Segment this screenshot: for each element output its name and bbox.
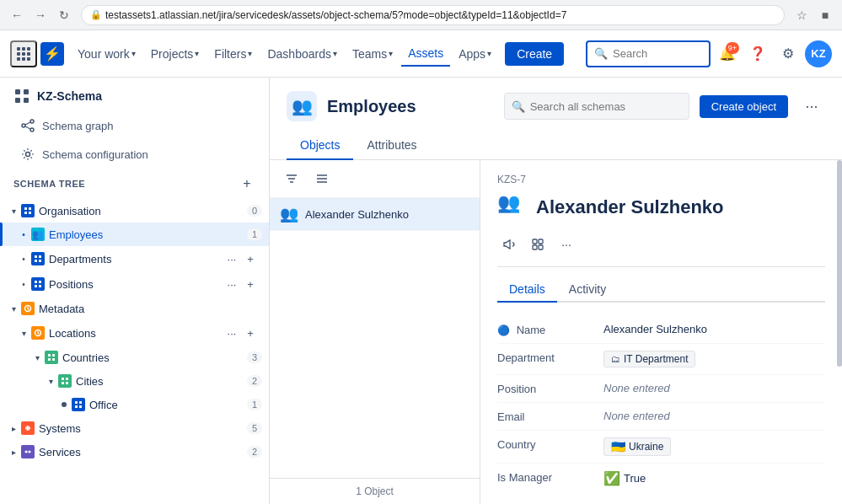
tree-item-organisation[interactable]: ▾ Organisation 0 [0,199,269,223]
sidebar-item-schema-graph[interactable]: Schema graph [0,111,269,140]
list-view-button[interactable] [310,167,334,190]
tree-item-employees[interactable]: • 👥 Employees 1 [0,223,269,246]
nav-apps[interactable]: Apps ▾ [452,42,498,66]
objects-toolbar [270,160,480,198]
sidebar-item-schema-config[interactable]: Schema configuration [0,140,269,169]
detail-header-row: 👥 Alexander Sulzhenko [497,192,825,223]
systems-count: 5 [247,422,262,434]
url-text: testassets1.atlassian.net/jira/servicede… [105,9,566,21]
svg-rect-32 [75,401,78,404]
field-name-value: Alexander Sulzhenko [603,323,825,335]
tab-attributes[interactable]: Attributes [353,131,430,160]
detail-name: Alexander Sulzhenko [536,196,825,218]
departments-more-button[interactable]: ··· [223,250,240,267]
svg-point-37 [25,451,28,453]
more-options-button[interactable]: ··· [798,93,825,120]
svg-rect-26 [48,358,51,361]
chevron-icon: ▾ [333,49,337,58]
announce-button[interactable] [497,233,521,256]
chevron-icon: ▾ [131,49,136,58]
search-schemas-icon: 🔍 [512,100,525,113]
employees-label: Employees [49,228,244,241]
field-email: Email None entered [497,403,825,431]
reload-button[interactable]: ↻ [54,5,74,25]
cities-count: 2 [247,375,262,387]
employees-type-icon: 👥 [30,227,46,242]
nav-teams[interactable]: Teams ▾ [346,42,400,66]
help-button[interactable]: ❓ [744,40,771,67]
search-schemas-box[interactable]: 🔍 [504,93,689,120]
create-object-button[interactable]: Create object [700,95,788,118]
locations-add-button[interactable]: + [242,324,259,341]
svg-rect-16 [35,260,37,262]
schema-name-label: KZ-Schema [37,89,255,103]
sidebar: KZ-Schema Schema graph [0,78,270,504]
global-search-box[interactable]: 🔍 [586,40,711,67]
nav-assets[interactable]: Assets [401,41,450,67]
add-tree-item-button[interactable]: + [239,175,255,192]
nav-filters[interactable]: Filters ▾ [207,42,259,66]
tree-item-locations[interactable]: ▾ Locations ··· + [0,320,269,346]
country-badge[interactable]: 🇺🇦 Ukraine [603,437,671,456]
apps-grid-button[interactable] [10,40,37,67]
positions-more-button[interactable]: ··· [223,276,240,292]
nav-dashboards[interactable]: Dashboards ▾ [260,42,344,66]
bookmark-button[interactable]: ☆ [791,5,812,25]
back-button[interactable]: ← [7,5,27,25]
tree-item-cities[interactable]: ▾ Cities 2 [0,369,269,393]
create-button[interactable]: Create [505,42,564,66]
chevron-icon: ▾ [248,49,252,58]
tree-item-countries[interactable]: ▾ Countries 3 [0,346,269,369]
department-badge[interactable]: 🗂 IT Department [603,351,695,367]
user-avatar[interactable]: KZ [805,40,832,67]
detail-scrollbar[interactable] [837,160,842,504]
settings-button[interactable]: ⚙ [775,40,802,67]
field-is-manager-value: ✅ True [603,470,825,486]
browser-bar: ← → ↻ 🔒 testassets1.atlassian.net/jira/s… [0,0,842,30]
url-bar[interactable]: 🔒 testassets1.atlassian.net/jira/service… [81,5,785,25]
search-schemas-input[interactable] [530,100,682,113]
tree-item-office[interactable]: Office 1 [0,393,269,416]
countries-label: Countries [62,351,244,364]
schema-icon [13,88,30,105]
tree-item-systems[interactable]: ▸ Systems 5 [0,416,269,440]
detail-id: KZS-7 [497,174,825,185]
svg-rect-13 [29,212,31,214]
positions-add-button[interactable]: + [242,276,259,292]
tree-item-metadata[interactable]: ▾ Metadata [0,297,269,320]
link-button[interactable] [526,233,550,256]
locations-more-button[interactable]: ··· [223,324,240,341]
filter-button[interactable] [280,167,303,190]
tree-item-departments[interactable]: • Departments ··· + [0,246,269,271]
true-badge: ✅ True [603,470,646,486]
bullet-dot [57,398,71,411]
svg-rect-10 [24,207,27,210]
app-logo[interactable]: ⚡ [40,42,64,66]
positions-actions: ··· + [223,276,259,292]
field-country-label: Country [497,437,590,451]
notifications-button[interactable]: 🔔 9+ [714,40,741,67]
tree-item-positions[interactable]: • Positions ··· + [0,271,269,297]
nav-your-work[interactable]: Your work ▾ [71,42,142,66]
list-item[interactable]: 👥 Alexander Sulzhenko [270,198,480,231]
notification-badge: 9+ [726,42,739,54]
objects-list: 👥 Alexander Sulzhenko [270,198,480,478]
nav-projects[interactable]: Projects ▾ [144,42,206,66]
extensions-button[interactable]: ■ [815,5,835,25]
bullet-icon: • [17,228,30,241]
tree-item-services[interactable]: ▸ Services 2 [0,440,269,464]
svg-rect-48 [533,245,537,249]
main-layout: KZ-Schema Schema graph [0,78,842,504]
forward-button[interactable]: → [30,5,51,25]
global-search-input[interactable] [613,47,702,60]
split-content: 👥 Alexander Sulzhenko 1 Object KZS-7 👥 A… [270,160,842,504]
field-department-value: 🗂 IT Department [603,351,825,367]
tab-details[interactable]: Details [497,277,557,303]
more-detail-button[interactable]: ··· [555,233,578,256]
name-field-icon: 🔵 [497,324,510,336]
departments-add-button[interactable]: + [242,250,259,267]
tab-activity[interactable]: Activity [557,277,618,303]
svg-rect-18 [35,281,37,283]
field-department-label: Department [497,351,590,364]
tab-objects[interactable]: Objects [287,131,353,160]
